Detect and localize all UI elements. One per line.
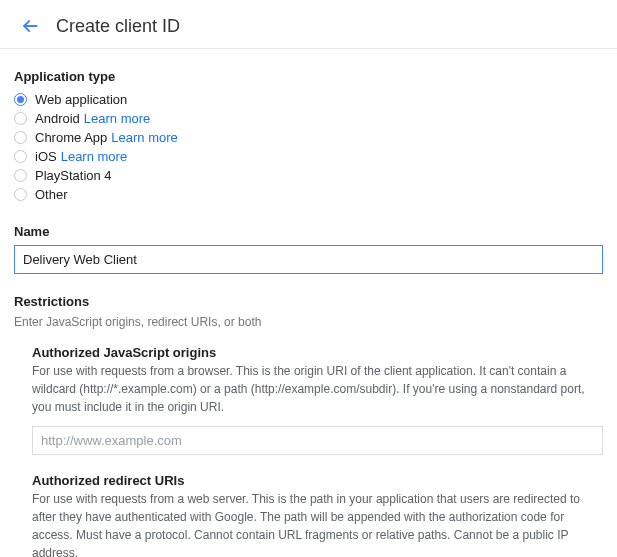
radio-other[interactable]: Other — [14, 185, 603, 204]
js-origins-title: Authorized JavaScript origins — [32, 345, 603, 360]
radio-label: Other — [35, 185, 68, 204]
learn-more-link[interactable]: Learn more — [84, 109, 150, 128]
js-origins-input[interactable] — [32, 426, 603, 455]
learn-more-link[interactable]: Learn more — [61, 147, 127, 166]
restrictions-label: Restrictions — [14, 294, 603, 309]
restrictions-hint: Enter JavaScript origins, redirect URIs,… — [14, 315, 603, 329]
radio-icon — [14, 93, 27, 106]
application-type-label: Application type — [14, 69, 603, 84]
page-title: Create client ID — [56, 16, 180, 37]
radio-android[interactable]: Android Learn more — [14, 109, 603, 128]
radio-icon — [14, 131, 27, 144]
radio-label: Web application — [35, 90, 127, 109]
learn-more-link[interactable]: Learn more — [111, 128, 177, 147]
name-input[interactable] — [14, 245, 603, 274]
radio-label: PlayStation 4 — [35, 166, 112, 185]
radio-icon — [14, 150, 27, 163]
radio-web-application[interactable]: Web application — [14, 90, 603, 109]
redirect-uris-desc: For use with requests from a web server.… — [32, 490, 603, 557]
redirect-uris-title: Authorized redirect URIs — [32, 473, 603, 488]
radio-ios[interactable]: iOS Learn more — [14, 147, 603, 166]
js-origins-desc: For use with requests from a browser. Th… — [32, 362, 603, 416]
radio-icon — [14, 169, 27, 182]
radio-playstation4[interactable]: PlayStation 4 — [14, 166, 603, 185]
radio-icon — [14, 188, 27, 201]
application-type-group: Web application Android Learn more Chrom… — [14, 90, 603, 204]
radio-label: iOS — [35, 147, 57, 166]
radio-icon — [14, 112, 27, 125]
name-label: Name — [14, 224, 603, 239]
radio-chrome-app[interactable]: Chrome App Learn more — [14, 128, 603, 147]
radio-label: Android — [35, 109, 80, 128]
back-arrow-icon[interactable] — [18, 14, 42, 38]
radio-label: Chrome App — [35, 128, 107, 147]
